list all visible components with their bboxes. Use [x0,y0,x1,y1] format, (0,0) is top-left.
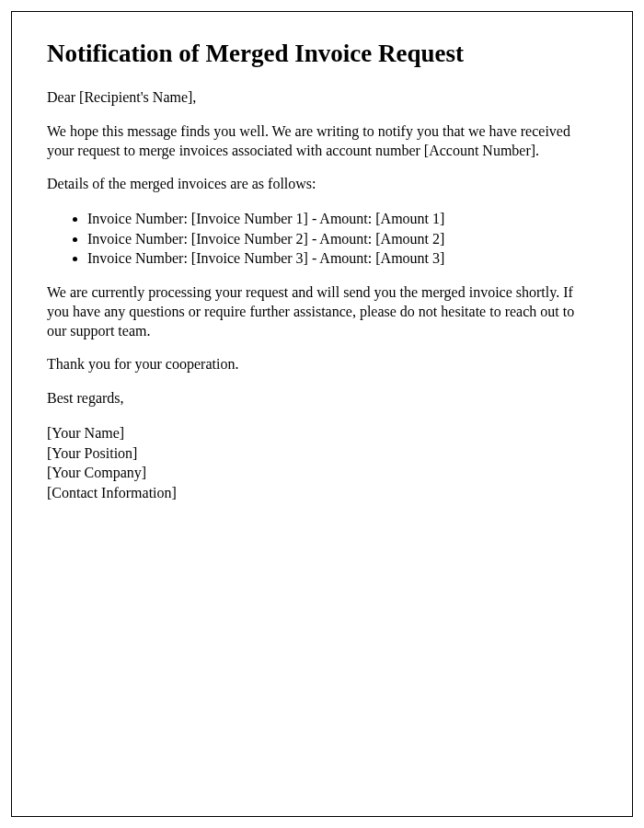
list-item: Invoice Number: [Invoice Number 3] - Amo… [87,248,597,269]
list-item: Invoice Number: [Invoice Number 2] - Amo… [87,229,597,249]
greeting-text: Dear [Recipient's Name], [47,88,597,108]
list-item: Invoice Number: [Invoice Number 1] - Amo… [87,209,597,229]
document-title: Notification of Merged Invoice Request [47,40,597,68]
signature-name: [Your Name] [47,423,597,443]
processing-paragraph: We are currently processing your request… [47,283,597,340]
signature-position: [Your Position] [47,443,597,464]
signature-contact: [Contact Information] [47,483,597,503]
closing-text: Best regards, [47,389,597,408]
signature-block: [Your Name] [Your Position] [Your Compan… [47,423,597,502]
details-label: Details of the merged invoices are as fo… [47,175,597,194]
intro-paragraph: We hope this message finds you well. We … [47,122,597,161]
thanks-paragraph: Thank you for your cooperation. [47,355,597,374]
document-container: Notification of Merged Invoice Request D… [11,11,633,817]
signature-company: [Your Company] [47,463,597,483]
invoice-list: Invoice Number: [Invoice Number 1] - Amo… [87,209,597,269]
